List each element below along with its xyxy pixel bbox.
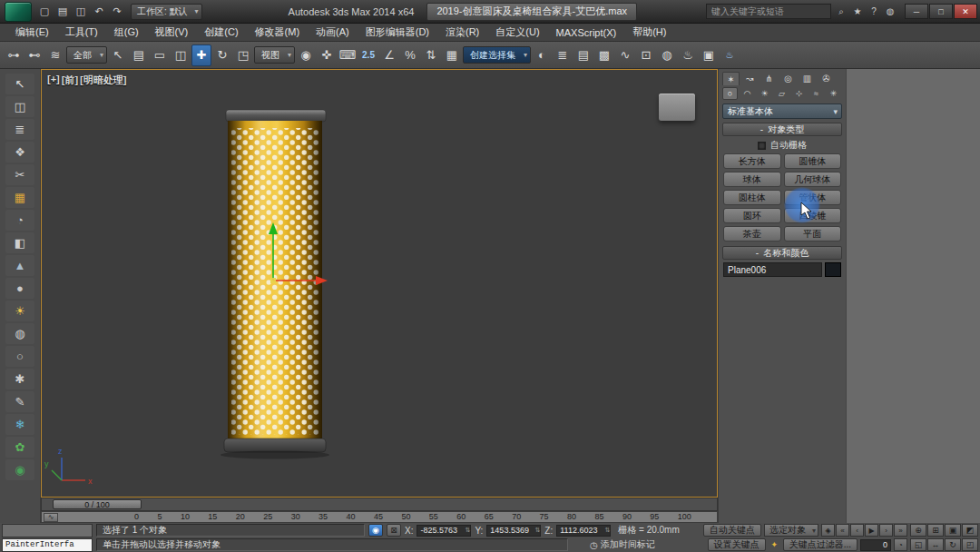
left-tool-icon-16[interactable]: ❄ [5, 414, 34, 435]
left-tool-icon-6[interactable]: ▦ [5, 187, 34, 208]
schematic-view-icon[interactable]: ⊡ [636, 44, 656, 66]
search-icon[interactable]: ⌕ [834, 5, 848, 19]
left-tool-icon-3[interactable]: ≣ [5, 119, 34, 140]
select-and-move-icon[interactable]: ✚ [191, 44, 211, 66]
menu-item[interactable]: 组(G) [106, 24, 147, 41]
helpers-category-icon[interactable]: ⊹ [791, 87, 807, 100]
render-setup-icon[interactable]: ♨ [678, 44, 698, 66]
lights-category-icon[interactable]: ☀ [757, 87, 772, 100]
align-icon[interactable]: ≣ [553, 44, 573, 66]
geometry-category-icon[interactable]: ○ [722, 87, 738, 100]
mini-curve-editor-icon[interactable]: ∿ [44, 513, 58, 522]
unlink-selection-icon[interactable]: ⊷ [24, 44, 44, 66]
modify-tab-icon[interactable]: ↝ [741, 72, 759, 85]
bind-to-space-warp-icon[interactable]: ≋ [45, 44, 65, 66]
time-slider-handle[interactable]: 0 / 100 [53, 499, 142, 509]
select-by-name-icon[interactable]: ▤ [129, 44, 149, 66]
communication-center-icon[interactable]: ◍ [883, 5, 897, 19]
maxscript-mini-listener[interactable]: PainterInterfa [2, 538, 93, 552]
primitive-button[interactable]: 四棱锥 [784, 208, 842, 223]
key-mode-toggle-icon[interactable]: ◈ [821, 524, 835, 537]
selection-filter-dropdown[interactable]: 全部 [66, 46, 107, 64]
left-tool-icon-18[interactable]: ◉ [5, 459, 34, 480]
help-icon[interactable]: ? [867, 5, 881, 19]
left-tool-icon-17[interactable]: ✿ [5, 437, 34, 458]
save-file-icon[interactable]: ◫ [73, 4, 89, 20]
create-tab-icon[interactable]: ✶ [722, 72, 740, 85]
space-warps-category-icon[interactable]: ≈ [808, 87, 824, 100]
hierarchy-tab-icon[interactable]: ⋔ [760, 72, 778, 85]
redo-icon[interactable]: ↷ [109, 4, 125, 20]
render-production-icon[interactable]: ♨ [720, 44, 740, 66]
key-filters-button[interactable]: 关键点过滤器... [783, 538, 858, 551]
left-tool-icon-5[interactable]: ✂ [5, 164, 34, 185]
auto-key-button[interactable]: 自动关键点 [703, 524, 761, 537]
app-logo-icon[interactable] [5, 2, 32, 22]
angle-snap-icon[interactable]: ∠ [379, 44, 399, 66]
menu-item[interactable]: 帮助(H) [624, 24, 674, 41]
primitive-button[interactable]: 球体 [723, 172, 781, 187]
previous-frame-icon[interactable]: ‹ [850, 524, 864, 537]
viewport-canvas[interactable]: x z y [42, 70, 717, 497]
primitive-button[interactable]: 几何球体 [784, 172, 842, 187]
left-tool-icon-10[interactable]: ● [5, 278, 34, 299]
menu-item[interactable]: 自定义(U) [487, 24, 547, 41]
infocenter-search-input[interactable] [706, 4, 831, 19]
y-coord-field[interactable]: 1453.5369 [486, 525, 541, 537]
left-tool-icon-14[interactable]: ✱ [5, 369, 34, 389]
systems-category-icon[interactable]: ✳ [826, 87, 841, 100]
time-tag[interactable]: ◷ 添加时间标记 [590, 538, 655, 551]
display-tab-icon[interactable]: ▥ [799, 72, 816, 85]
selection-region-icon[interactable]: ▭ [150, 44, 170, 66]
select-and-link-icon[interactable]: ⊶ [4, 44, 24, 66]
menu-item[interactable]: 图形编辑器(D) [358, 24, 437, 41]
close-button[interactable]: ✕ [954, 4, 977, 19]
next-frame-icon[interactable]: › [879, 524, 893, 537]
maximize-viewport-icon[interactable]: ◰ [962, 538, 978, 551]
new-scene-icon[interactable]: ▢ [36, 4, 53, 20]
left-tool-icon-4[interactable]: ❖ [5, 142, 34, 163]
percent-snap-icon[interactable]: % [400, 44, 420, 66]
menu-item[interactable]: MAXScript(X) [548, 24, 625, 41]
object-name-field[interactable]: Plane006 [723, 262, 822, 277]
favorites-star-icon[interactable]: ★ [850, 5, 865, 19]
left-tool-icon-11[interactable]: ☀ [5, 301, 34, 321]
go-to-start-icon[interactable]: « [836, 524, 849, 537]
menu-item[interactable]: 渲染(R) [437, 24, 487, 41]
left-tool-icon-15[interactable]: ✎ [5, 391, 34, 412]
left-tool-icon-8[interactable]: ◧ [5, 232, 34, 253]
zoom-extents-icon[interactable]: ▣ [945, 524, 961, 537]
zoom-icon[interactable]: ⊕ [910, 524, 926, 537]
menu-item[interactable]: 创建(C) [196, 24, 246, 41]
go-to-end-icon[interactable]: » [894, 524, 907, 537]
primitive-button[interactable]: 长方体 [723, 153, 781, 169]
workspace-dropdown[interactable]: 工作区: 默认 [131, 4, 202, 20]
primitive-button[interactable]: 管状体 [784, 190, 842, 205]
left-tool-icon-7[interactable]: ◔ [5, 210, 34, 231]
x-coord-field[interactable]: -825.5763 [416, 525, 471, 537]
primitive-button[interactable]: 圆环 [723, 208, 781, 223]
viewport-menu-view[interactable]: [前] [62, 74, 78, 87]
primitive-button[interactable]: 茶壶 [723, 226, 781, 242]
motion-tab-icon[interactable]: ◎ [779, 72, 797, 85]
time-configuration-icon[interactable]: ◔ [894, 538, 907, 551]
track-bar[interactable]: ∿ 05101520253035404550556065707580859095… [41, 511, 718, 523]
object-type-rollout-header[interactable]: - 对象类型 [722, 123, 842, 136]
name-color-rollout-header[interactable]: - 名称和颜色 [722, 246, 842, 260]
left-tool-icon-9[interactable]: ▲ [5, 255, 34, 276]
select-object-icon[interactable]: ↖ [108, 44, 128, 66]
primitive-type-dropdown[interactable]: 标准基本体 [722, 104, 842, 119]
current-frame-field[interactable]: 0 [860, 539, 891, 551]
minimize-button[interactable]: ─ [905, 4, 928, 19]
cylinder-object[interactable] [220, 110, 329, 459]
menu-item[interactable]: 修改器(M) [247, 24, 309, 41]
z-coord-field[interactable]: 1112.6023 [556, 525, 611, 537]
cameras-category-icon[interactable]: ▱ [774, 87, 789, 100]
window-crossing-icon[interactable]: ◫ [171, 44, 191, 66]
zoom-region-icon[interactable]: ◱ [910, 538, 926, 551]
open-file-icon[interactable]: ▤ [54, 4, 71, 20]
viewport-menu-plus[interactable]: [+] [47, 74, 60, 87]
isolate-selection-toggle-icon[interactable]: ◉ [368, 524, 383, 537]
use-pivot-center-icon[interactable]: ◉ [296, 44, 316, 66]
select-and-rotate-icon[interactable]: ↻ [212, 44, 232, 66]
